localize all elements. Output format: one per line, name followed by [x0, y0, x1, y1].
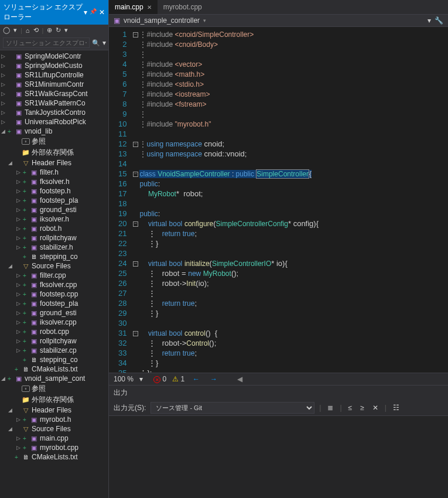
tree-item[interactable]: ▷+▣ground_esti — [0, 205, 108, 214]
filter-icon[interactable]: ⊕ — [47, 26, 52, 34]
fold-marker[interactable]: − — [131, 169, 139, 179]
tree-item[interactable]: ▷+▣main.cpp — [0, 434, 108, 443]
expand-icon[interactable]: ▷ — [1, 110, 7, 115]
tree-item[interactable]: ▷+▣footstep.h — [0, 186, 108, 196]
split-icon[interactable]: ▾ — [428, 16, 431, 25]
fold-marker[interactable]: − — [131, 219, 139, 228]
output-btn-1[interactable]: ≣ — [326, 404, 335, 412]
close-tab-icon[interactable]: ✕ — [147, 4, 152, 11]
expand-icon[interactable]: ▷ — [16, 445, 22, 451]
pin-icon[interactable]: 📌 — [90, 8, 97, 16]
code-content[interactable]: ⋮#include <cnoid/SimpleController>⋮#incl… — [139, 27, 403, 373]
expand-icon[interactable]: ◢ — [8, 263, 14, 269]
tree-item[interactable]: ▷+▣myrobot.cpp — [0, 443, 108, 452]
code-line[interactable]: class VnoidSampleController : public Sim… — [139, 169, 403, 179]
expand-icon[interactable]: ▷ — [1, 100, 7, 106]
expand-icon[interactable]: ▷ — [16, 216, 22, 222]
tree-item[interactable]: ◢+▣vnoid_lib — [0, 127, 108, 136]
wrench-icon[interactable]: 🔧 — [435, 16, 443, 25]
code-line[interactable]: virtual bool control() { — [139, 328, 403, 338]
clear-icon[interactable]: ✕ — [371, 404, 380, 412]
tree-item[interactable]: ▷+▣fksolver.cpp — [0, 280, 108, 289]
breadcrumb-item[interactable]: vnoid_sample_controller — [124, 16, 200, 25]
tree-item[interactable]: ▷▣SpringModelCusto — [0, 61, 108, 70]
sync-icon[interactable]: ⟲ — [33, 26, 39, 34]
tree-item[interactable]: +🗎CMakeLists.txt — [0, 452, 108, 462]
expand-icon[interactable]: ▷ — [16, 310, 22, 316]
zoom-level[interactable]: 100 % — [114, 375, 134, 383]
tree-item[interactable]: ▷+▣iksolver.h — [0, 214, 108, 224]
more-icon[interactable]: ▾ — [64, 26, 68, 34]
tree-item[interactable]: ▷+▣robot.h — [0, 224, 108, 233]
expand-icon[interactable]: ▷ — [1, 53, 7, 59]
code-line[interactable]: ⋮} — [139, 308, 403, 318]
expand-icon[interactable]: ▷ — [16, 197, 22, 203]
panel-menu-icon[interactable]: ▾ — [84, 8, 87, 16]
tree-item[interactable]: ▷▣TankJoystickContro — [0, 108, 108, 117]
code-line[interactable]: ⋮ — [139, 109, 403, 119]
expand-icon[interactable]: ◢ — [8, 407, 14, 413]
nav-prev-icon[interactable]: ← — [193, 375, 200, 383]
chevron-down-icon[interactable]: ▾ — [203, 18, 206, 23]
code-line[interactable]: ⋮ robot->Init(io); — [139, 278, 403, 288]
code-line[interactable]: ⋮} — [139, 238, 403, 248]
tree-item[interactable]: ◢▽Source Files — [0, 424, 108, 434]
fold-marker[interactable]: − — [131, 139, 139, 149]
home-icon[interactable]: ⌂ — [26, 27, 30, 34]
code-line[interactable]: ⋮#include "myrobot.h" — [139, 119, 403, 129]
code-line[interactable] — [139, 199, 403, 209]
tree-item[interactable]: ▷▣SR1WalkGraspCont — [0, 89, 108, 98]
back-icon[interactable]: ◯ — [3, 26, 10, 34]
fold-marker[interactable]: − — [131, 29, 139, 39]
expand-icon[interactable]: ▷ — [16, 338, 22, 344]
code-line[interactable]: ⋮ — [139, 288, 403, 298]
expand-icon[interactable]: ▷ — [1, 63, 7, 69]
scroll-left-icon[interactable]: ◀ — [237, 375, 242, 383]
expand-icon[interactable]: ▷ — [16, 417, 22, 422]
warning-icon[interactable]: ⚠ — [172, 375, 179, 383]
indent-left-icon[interactable]: ≤ — [347, 404, 354, 412]
expand-icon[interactable]: ▷ — [16, 291, 22, 297]
tree-item[interactable]: ▷+▣myrobot.h — [0, 415, 108, 424]
code-line[interactable]: MyRobot* robot; — [139, 189, 403, 199]
expand-icon[interactable]: ▷ — [16, 169, 22, 175]
output-source-select[interactable]: ソース管理 - Git — [151, 402, 314, 414]
code-line[interactable]: ⋮ — [139, 49, 403, 59]
expand-icon[interactable]: ◢ — [8, 160, 14, 166]
expand-icon[interactable]: ▷ — [16, 347, 22, 353]
tree-item[interactable]: ▷+▣rollpitchyaw — [0, 336, 108, 346]
tree-item[interactable]: +🗎stepping_co — [0, 252, 108, 261]
fold-marker[interactable]: − — [131, 258, 139, 268]
expand-icon[interactable]: ◢ — [1, 128, 7, 134]
tree-item[interactable]: ◢▽Header Files — [0, 405, 108, 415]
code-line[interactable]: ⋮#include <fstream> — [139, 99, 403, 109]
output-content[interactable] — [109, 416, 448, 498]
expand-icon[interactable]: ▷ — [16, 244, 22, 250]
code-line[interactable] — [139, 129, 403, 139]
code-editor[interactable]: 1234567891011121314151617181920212223242… — [109, 27, 448, 373]
tree-item[interactable]: ◢+▣vnoid_sample_cont — [0, 374, 108, 383]
tree-item[interactable]: ▷+▣stabilizer.h — [0, 243, 108, 252]
search-dropdown-icon[interactable]: ▾ — [102, 39, 106, 47]
tree-item[interactable]: ▷+▣footstep_pla — [0, 299, 108, 308]
expand-icon[interactable]: ▷ — [16, 226, 22, 231]
tree-item[interactable]: ▷+▣footstep.cpp — [0, 289, 108, 299]
expand-icon[interactable]: ▷ — [16, 179, 22, 185]
code-line[interactable]: ⋮ robot = new MyRobot(); — [139, 268, 403, 278]
tree-item[interactable]: 📁外部依存関係 — [0, 394, 108, 405]
search-icon[interactable]: 🔍 — [92, 39, 100, 47]
tree-item[interactable]: ▷+▣filter.cpp — [0, 271, 108, 280]
editor-tab[interactable]: main.cpp✕ — [109, 0, 158, 14]
code-line[interactable]: virtual bool configure(SimpleControllerC… — [139, 219, 403, 228]
expand-icon[interactable]: ▷ — [16, 235, 22, 241]
expand-icon[interactable]: ▷ — [16, 329, 22, 335]
code-line[interactable]: ⋮}; — [139, 368, 403, 373]
code-line[interactable]: public: — [139, 179, 403, 189]
code-line[interactable]: ⋮#include <math.h> — [139, 69, 403, 79]
solution-tree[interactable]: ▷▣SpringModelContr▷▣SpringModelCusto▷▣SR… — [0, 50, 108, 498]
code-line[interactable]: ⋮ return true; — [139, 298, 403, 308]
tree-item[interactable]: ▷+▣iksolver.cpp — [0, 318, 108, 327]
tree-item[interactable]: ▷+▣fksolver.h — [0, 177, 108, 186]
expand-icon[interactable]: ▷ — [1, 81, 7, 87]
tree-item[interactable]: ◢▽Source Files — [0, 261, 108, 271]
